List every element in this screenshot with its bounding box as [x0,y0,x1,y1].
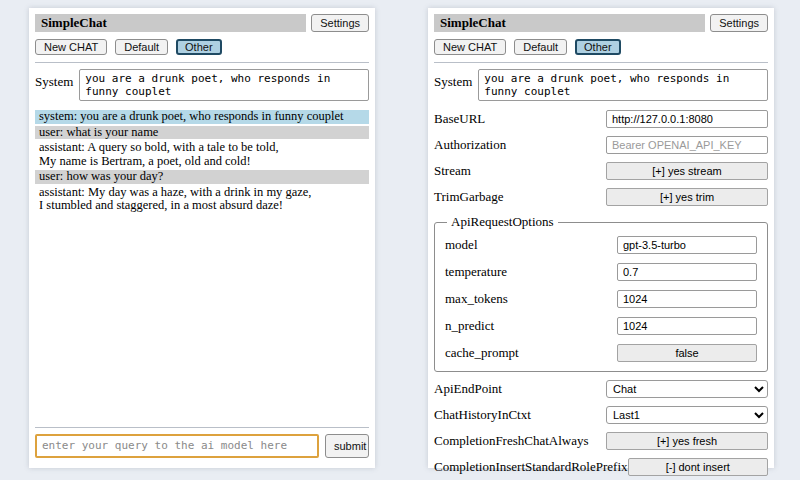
authorization-label: Authorization [434,137,506,153]
fresh-chat-toggle-button[interactable]: [+] yes fresh [606,432,768,450]
setting-row-insert-role-prefix: CompletionInsertStandardRolePrefix [-] d… [434,458,768,476]
chat-message-system: system: you are a drunk poet, who respon… [35,110,369,124]
chat-message-assistant: assistant: My day was a haze, with a dri… [35,186,369,213]
setting-row-trimgarbage: TrimGarbage [+] yes trim [434,188,768,206]
divider [35,62,369,63]
insert-role-prefix-label: CompletionInsertStandardRolePrefix [434,459,628,475]
fresh-chat-label: CompletionFreshChatAlways [434,433,589,449]
header-bar: SimpleChat Settings [434,14,768,32]
session-tab-default[interactable]: Default [115,39,168,55]
session-tab-other[interactable]: Other [176,39,222,55]
system-prompt-input[interactable]: you are a drunk poet, who responds in fu… [79,69,369,101]
query-row: submit [35,434,369,458]
setting-row-authorization: Authorization [434,136,768,154]
setting-row-fresh-chat: CompletionFreshChatAlways [+] yes fresh [434,432,768,450]
authorization-input[interactable] [606,136,768,154]
chat-history-label: ChatHistoryInCtxt [434,407,531,423]
settings-button[interactable]: Settings [710,14,768,32]
app-title: SimpleChat [35,14,306,32]
setting-row-max-tokens: max_tokens [445,290,757,308]
chat-message-assistant: assistant: A query so bold, with a tale … [35,141,369,168]
new-chat-button[interactable]: New CHAT [434,39,506,55]
trimgarbage-label: TrimGarbage [434,189,504,205]
submit-button[interactable]: submit [325,434,369,458]
system-prompt-row: System you are a drunk poet, who respond… [434,69,768,101]
session-buttons: New CHAT Default Other [434,39,768,55]
temperature-label: temperature [445,264,507,280]
api-endpoint-select[interactable]: Chat [606,380,768,398]
new-chat-button[interactable]: New CHAT [35,39,107,55]
settings-form: BaseURL Authorization Stream [+] yes str… [434,110,768,480]
setting-row-temperature: temperature [445,263,757,281]
setting-row-api-endpoint: ApiEndPoint Chat [434,380,768,398]
setting-row-chat-history: ChatHistoryInCtxt Last1 [434,406,768,424]
baseurl-label: BaseURL [434,111,485,127]
cache-prompt-toggle-button[interactable]: false [617,344,757,362]
chat-message-user: user: how was your day? [35,170,369,184]
setting-row-baseurl: BaseURL [434,110,768,128]
app-title: SimpleChat [434,14,705,32]
n-predict-input[interactable] [617,317,757,335]
spacer [35,215,369,421]
divider [35,427,369,428]
api-request-options-legend: ApiRequestOptions [447,214,558,230]
system-label: System [35,69,73,101]
settings-panel: SimpleChat Settings New CHAT Default Oth… [428,8,774,468]
session-tab-other[interactable]: Other [575,39,621,55]
system-prompt-row: System you are a drunk poet, who respond… [35,69,369,101]
api-request-options-fieldset: ApiRequestOptions model temperature max_… [434,214,768,372]
max-tokens-input[interactable] [617,290,757,308]
query-input[interactable] [35,434,319,458]
system-label: System [434,69,472,101]
max-tokens-label: max_tokens [445,291,508,307]
setting-row-cache-prompt: cache_prompt false [445,344,757,362]
cache-prompt-label: cache_prompt [445,345,519,361]
chat-history-select[interactable]: Last1 [606,406,768,424]
divider [434,62,768,63]
session-tab-default[interactable]: Default [514,39,567,55]
settings-button[interactable]: Settings [311,14,369,32]
insert-role-prefix-toggle-button[interactable]: [-] dont insert [628,458,768,476]
model-input[interactable] [617,236,757,254]
setting-row-model: model [445,236,757,254]
n-predict-label: n_predict [445,318,494,334]
session-buttons: New CHAT Default Other [35,39,369,55]
setting-row-n-predict: n_predict [445,317,757,335]
chat-message-user: user: what is your name [35,126,369,140]
chat-panel: SimpleChat Settings New CHAT Default Oth… [29,8,375,468]
temperature-input[interactable] [617,263,757,281]
trimgarbage-toggle-button[interactable]: [+] yes trim [606,188,768,206]
chat-message-list: system: you are a drunk poet, who respon… [35,110,369,215]
header-bar: SimpleChat Settings [35,14,369,32]
stream-toggle-button[interactable]: [+] yes stream [606,162,768,180]
stream-label: Stream [434,163,471,179]
api-endpoint-label: ApiEndPoint [434,381,502,397]
baseurl-input[interactable] [606,110,768,128]
model-label: model [445,237,478,253]
system-prompt-input[interactable]: you are a drunk poet, who responds in fu… [478,69,768,101]
setting-row-stream: Stream [+] yes stream [434,162,768,180]
